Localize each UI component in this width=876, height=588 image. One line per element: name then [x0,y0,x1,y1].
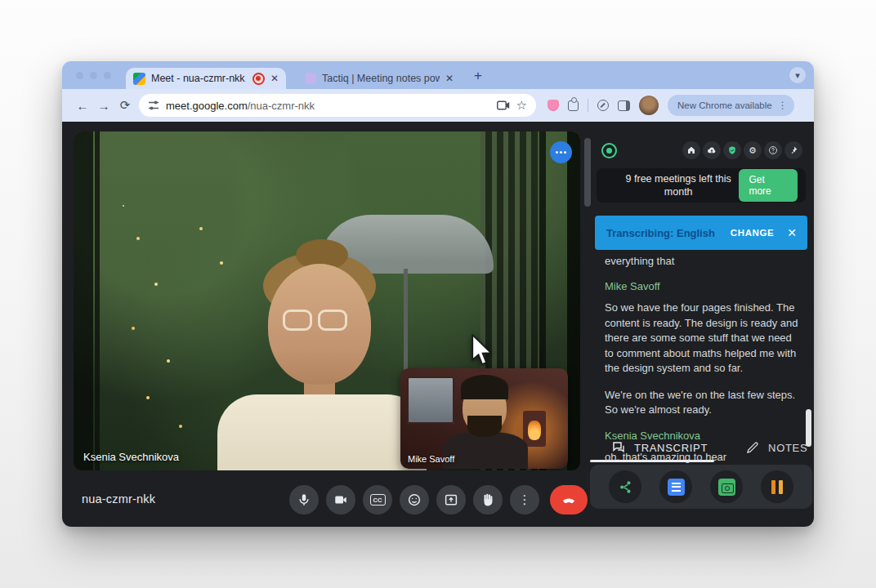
browser-toolbar: ← → ⟳ meet.google.com/nua-czmr-nkk ☆ [62,89,814,122]
captions-button[interactable]: CC [363,485,392,514]
pip-name-label: Mike Savoff [408,454,454,464]
bookmark-star-icon[interactable]: ☆ [516,98,527,113]
pip-video-tile[interactable]: Mike Savoff [400,368,568,469]
reload-button[interactable]: ⟳ [114,98,136,113]
toolbar-right-cluster: New Chrome available ⋮ [548,95,794,116]
reactions-button[interactable] [400,485,429,514]
pause-transcription-button[interactable] [761,470,793,503]
tab-label: Tactiq | Meeting notes powe [322,73,440,84]
scene-door-frame [74,131,93,470]
browser-window: Meet - nua-czmr-nkk ✕ Tactiq | Meeting n… [62,61,814,527]
desktop-background: Meet - nua-czmr-nkk ✕ Tactiq | Meeting n… [0,0,876,588]
close-tab-icon[interactable]: ✕ [270,74,279,83]
main-video-tile[interactable]: Ksenia Svechnikova Mike Savoff [74,131,580,470]
participant-name-label: Ksenia Svechnikova [83,451,179,463]
tactiq-panel: ⚙ 9 free meetings left this month Get mo… [588,122,814,527]
share-icon [618,479,633,495]
extensions-puzzle-icon[interactable] [568,100,579,111]
chrome-update-button[interactable]: New Chrome available ⋮ [668,95,794,116]
transcript-text: everything that [605,254,799,269]
close-tab-icon[interactable]: ✕ [445,74,454,83]
transcript-chat-icon [611,440,626,455]
pin-icon[interactable] [784,141,802,159]
transcribing-banner: Transcribing: English CHANGE ✕ [595,216,807,250]
pip-scene-window [407,376,454,424]
scene-door-frame [95,131,100,470]
tactiq-header: ⚙ [588,139,814,162]
google-docs-icon [668,479,685,496]
screenshot-button[interactable] [710,470,743,503]
quota-card: 9 free meetings left this month Get more [597,168,806,203]
tactiq-logo-icon [601,143,617,158]
tactiq-favicon [305,73,316,84]
captions-label: CC [370,494,386,506]
scene-door-frame [567,131,580,470]
scene-string-lights [123,205,124,207]
cloud-upload-icon[interactable] [703,141,721,159]
present-screen-button[interactable] [436,485,466,514]
quota-text: 9 free meetings left this month [618,172,739,199]
pip-scene-fireplace [523,411,546,447]
transcribing-label: Transcribing: English [606,227,715,239]
chrome-update-label: New Chrome available [677,100,772,110]
end-call-button[interactable] [550,485,588,514]
participant-body [217,394,427,470]
help-icon[interactable] [764,141,782,159]
transcript-text: We're on the we're on the last few steps… [605,388,799,418]
back-button[interactable]: ← [72,99,93,113]
pip-participant-hair [461,375,508,399]
tab-media-icon[interactable] [497,100,510,111]
banner-close-icon[interactable]: ✕ [787,226,797,239]
export-to-docs-button[interactable] [659,470,692,503]
chat-typing-badge[interactable] [550,141,572,163]
pip-participant-beard [467,416,502,437]
share-button[interactable] [609,470,641,503]
side-panel-icon[interactable] [618,100,630,111]
address-bar[interactable]: meet.google.com/nua-czmr-nkk ☆ [139,94,536,117]
forward-button[interactable]: → [93,99,114,113]
pip-participant-body [443,432,528,469]
mouse-cursor [471,334,493,368]
tab-tactiq[interactable]: Tactiq | Meeting notes powe ✕ [297,68,461,89]
participant-glasses [283,310,347,331]
tab-strip: Meet - nua-czmr-nkk ✕ Tactiq | Meeting n… [62,61,814,89]
notes-pencil-icon [745,440,760,455]
toolbar-divider [588,99,588,112]
site-info-icon[interactable] [148,100,159,111]
active-tab-indicator [590,460,714,462]
tab-transcript-label: TRANSCRIPT [634,442,708,454]
tactiq-header-icons: ⚙ [682,141,802,159]
pause-icon [771,480,783,494]
meet-favicon [133,73,145,85]
tab-meet[interactable]: Meet - nua-czmr-nkk ✕ [126,68,286,89]
meet-page: Ksenia Svechnikova Mike Savoff nua-czmr-… [62,122,814,527]
browser-menu-icon[interactable]: ⋮ [778,100,788,111]
tab-label: Meet - nua-czmr-nkk [151,73,247,84]
recording-indicator-icon [253,73,265,85]
camera-button[interactable] [326,485,355,514]
window-controls[interactable] [76,72,111,79]
meeting-code: nua-czmr-nkk [82,492,155,506]
profile-avatar[interactable] [639,96,659,115]
tab-transcript[interactable]: TRANSCRIPT [611,440,708,455]
transcript-text: So we have the four pages finished. The … [605,301,799,376]
screenshot-camera-icon [718,479,735,496]
transcript-speaker: Mike Savoff [605,280,799,292]
settings-gear-icon[interactable]: ⚙ [744,141,762,159]
meet-controls: CC [289,485,588,514]
tab-notes-label: NOTES [768,442,807,454]
more-options-button[interactable]: ⋮ [510,485,539,514]
raise-hand-button[interactable] [473,485,503,514]
microphone-button[interactable] [289,485,319,514]
privacy-shield-icon[interactable] [723,141,741,159]
home-icon[interactable] [682,141,700,159]
tactiq-actions-card [590,465,812,509]
tab-notes[interactable]: NOTES [745,440,807,455]
extension-pink-icon[interactable] [548,100,559,111]
change-language-button[interactable]: CHANGE [731,228,774,238]
tab-search-chevron-icon[interactable]: ▾ [789,67,806,83]
new-tab-button[interactable]: + [474,68,482,84]
url-text[interactable]: meet.google.com/nua-czmr-nkk [166,100,315,112]
get-more-button[interactable]: Get more [739,169,798,202]
extension-compass-icon[interactable] [597,100,609,111]
